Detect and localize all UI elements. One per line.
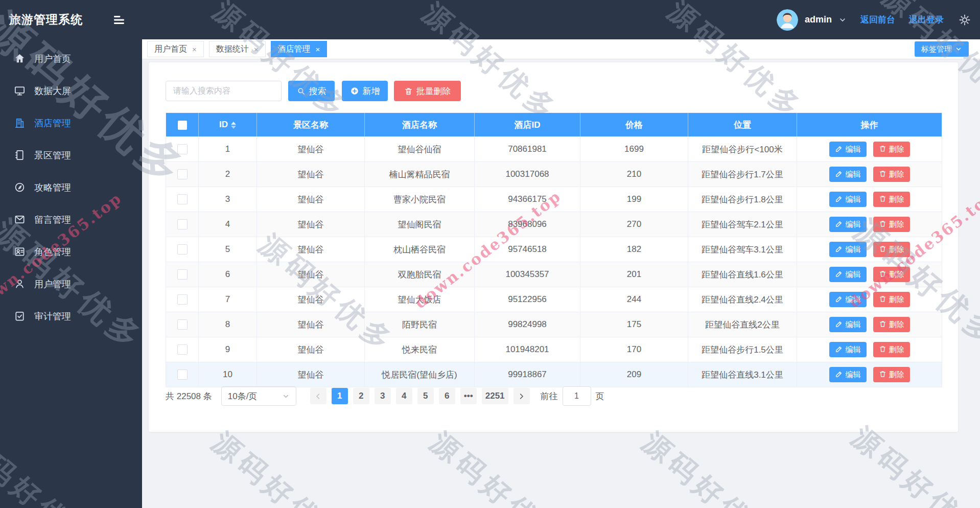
trash-icon (879, 245, 886, 254)
avatar[interactable] (777, 9, 798, 31)
next-page-button[interactable] (514, 388, 530, 404)
tab-2[interactable]: 数据统计× (209, 41, 266, 57)
cell-actions: 编辑删除 (797, 187, 942, 212)
sidebar-item-7[interactable]: 角色管理 (0, 236, 142, 268)
cell-actions: 编辑删除 (797, 362, 942, 387)
prev-page-button[interactable] (310, 388, 326, 404)
message-icon (14, 214, 26, 225)
edit-button[interactable]: 编辑 (829, 292, 867, 307)
cell-id: 1 (199, 137, 257, 162)
edit-label: 编辑 (846, 295, 861, 305)
delete-button[interactable]: 删除 (873, 242, 910, 257)
cell-scenic-name: 望仙谷 (257, 187, 365, 212)
page-button-1[interactable]: 1 (332, 388, 348, 404)
select-all-checkbox[interactable] (178, 121, 187, 130)
row-checkbox[interactable] (177, 294, 188, 305)
tab-3[interactable]: 酒店管理× (271, 41, 328, 57)
tag-manage-button[interactable]: 标签管理 (915, 41, 969, 57)
edit-button[interactable]: 编辑 (829, 317, 867, 332)
row-checkbox[interactable] (177, 244, 188, 255)
sort-icon[interactable] (231, 122, 236, 129)
delete-button[interactable]: 删除 (873, 142, 910, 157)
sidebar-item-9[interactable]: 审计管理 (0, 300, 142, 332)
row-checkbox[interactable] (177, 319, 188, 330)
delete-button[interactable]: 删除 (873, 217, 910, 232)
page-button-2251[interactable]: 2251 (482, 388, 508, 404)
edit-label: 编辑 (846, 370, 861, 380)
page-button-3[interactable]: 3 (375, 388, 391, 404)
hamburger-icon[interactable] (112, 13, 126, 27)
page-button-4[interactable]: 4 (396, 388, 412, 404)
row-checkbox[interactable] (177, 344, 188, 355)
tag-manage-label: 标签管理 (921, 44, 952, 54)
username[interactable]: admin (805, 14, 832, 25)
close-icon[interactable]: × (316, 45, 320, 54)
row-checkbox[interactable] (177, 169, 188, 179)
close-icon[interactable]: × (192, 45, 197, 54)
sidebar: 用户首页数据大屏酒店管理景区管理攻略管理留言管理角色管理用户管理审计管理 (0, 39, 142, 508)
back-to-front-link[interactable]: 返回前台 (860, 14, 895, 26)
sidebar-item-3[interactable]: 酒店管理 (0, 107, 142, 139)
sidebar-item-label: 酒店管理 (34, 117, 71, 129)
row-checkbox[interactable] (177, 219, 188, 229)
logout-link[interactable]: 退出登录 (909, 14, 944, 26)
edit-button[interactable]: 编辑 (829, 192, 867, 207)
cell-hotel-name: 望仙谷仙宿 (365, 137, 475, 162)
add-button[interactable]: 新增 (342, 81, 388, 101)
page-size-select[interactable]: 10条/页 (221, 386, 296, 406)
sidebar-item-8[interactable]: 用户管理 (0, 268, 142, 300)
delete-button[interactable]: 删除 (873, 192, 910, 207)
cell-location: 距望仙谷步行1.8公里 (688, 187, 797, 212)
delete-label: 删除 (889, 170, 904, 179)
edit-button[interactable]: 编辑 (829, 267, 867, 282)
total-count: 共 22508 条 (166, 390, 212, 402)
page-button-2[interactable]: 2 (353, 388, 369, 404)
goto-page-input[interactable] (563, 386, 591, 406)
row-checkbox[interactable] (177, 144, 188, 154)
edit-icon (835, 195, 843, 204)
delete-button[interactable]: 删除 (873, 167, 910, 182)
more-pages-button[interactable]: ••• (460, 388, 477, 404)
delete-button[interactable]: 删除 (873, 342, 910, 357)
gear-icon[interactable] (959, 14, 971, 26)
column-header-label: 操作 (861, 120, 878, 130)
page-button-6[interactable]: 6 (439, 388, 455, 404)
delete-label: 删除 (889, 195, 904, 204)
row-select-cell (166, 137, 199, 162)
delete-button[interactable]: 删除 (873, 267, 910, 282)
row-checkbox[interactable] (177, 370, 188, 380)
sidebar-item-1[interactable]: 用户首页 (0, 42, 142, 75)
chevron-down-icon[interactable] (838, 16, 847, 24)
edit-button[interactable]: 编辑 (829, 167, 867, 182)
edit-button[interactable]: 编辑 (829, 142, 867, 157)
sidebar-item-label: 用户管理 (34, 278, 71, 290)
table-row: 1望仙谷望仙谷仙宿708619811699距望仙谷步行<100米编辑删除 (166, 137, 942, 162)
row-checkbox[interactable] (177, 269, 188, 280)
tab-1[interactable]: 用户首页× (147, 41, 204, 57)
row-checkbox[interactable] (177, 194, 188, 204)
delete-button[interactable]: 删除 (873, 367, 910, 382)
sidebar-item-4[interactable]: 景区管理 (0, 139, 142, 171)
delete-label: 删除 (889, 370, 904, 380)
sidebar-item-2[interactable]: 数据大屏 (0, 75, 142, 107)
sidebar-item-5[interactable]: 攻略管理 (0, 171, 142, 203)
search-input[interactable] (166, 81, 282, 101)
close-icon[interactable]: × (254, 45, 259, 54)
sidebar-item-6[interactable]: 留言管理 (0, 203, 142, 236)
sidebar-item-label: 攻略管理 (34, 181, 71, 194)
page-button-5[interactable]: 5 (417, 388, 434, 404)
delete-label: 删除 (889, 145, 904, 154)
delete-button[interactable]: 删除 (873, 317, 910, 332)
edit-button[interactable]: 编辑 (829, 217, 867, 232)
delete-button[interactable]: 删除 (873, 292, 910, 307)
row-select-cell (166, 187, 199, 212)
column-header-酒店名称: 酒店名称 (365, 113, 475, 137)
search-button[interactable]: 搜索 (288, 81, 335, 101)
cell-location: 距望仙谷直线2公里 (688, 312, 797, 337)
edit-button[interactable]: 编辑 (829, 342, 867, 357)
edit-button[interactable]: 编辑 (829, 367, 867, 382)
edit-button[interactable]: 编辑 (829, 242, 867, 257)
cell-id: 10 (199, 362, 257, 387)
batch-delete-button[interactable]: 批量删除 (394, 81, 461, 101)
chevron-down-icon (282, 392, 290, 400)
